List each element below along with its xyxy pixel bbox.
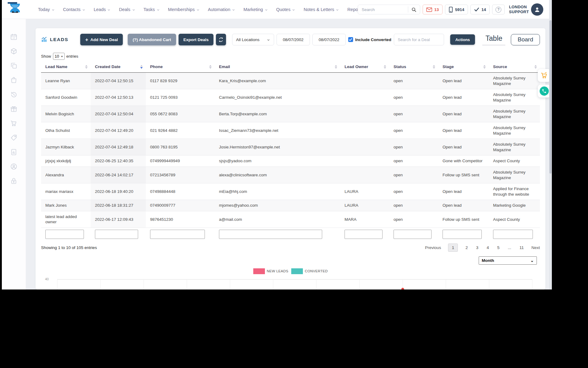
column-filter-input[interactable] [45, 230, 84, 239]
table-row[interactable]: Sanford Goodwin 2022-07-04 12:50:13 0121… [41, 89, 540, 106]
pagination-page[interactable]: 1 [448, 243, 458, 252]
column-filter-input[interactable] [150, 230, 205, 239]
menu-item[interactable]: Contacts [63, 7, 85, 12]
column-header[interactable]: Stage [438, 62, 489, 73]
menu-item-label: Contacts [63, 7, 81, 12]
pagination-page[interactable]: 3 [475, 244, 479, 251]
report-icon[interactable] [10, 148, 17, 156]
cell-source: Absolutely Surrey Magazine [489, 167, 540, 183]
column-filter-input[interactable] [394, 230, 432, 239]
search-button[interactable] [408, 5, 420, 14]
history-icon[interactable] [10, 91, 17, 98]
table-row[interactable]: Jazmyn Kilback 2022-07-04 12:49:18 0800 … [41, 139, 540, 155]
pagination-page[interactable]: 5 [496, 244, 500, 251]
menu-item[interactable]: Quotes [276, 7, 296, 12]
cell-status: open [389, 211, 438, 228]
view-board-button[interactable]: Board [511, 34, 540, 45]
column-header[interactable]: Lead Name [41, 62, 91, 73]
refresh-button[interactable] [216, 34, 226, 45]
deal-search-input[interactable] [394, 34, 444, 45]
column-header[interactable]: Email [215, 62, 340, 73]
add-new-deal-button[interactable]: Add New Deal [80, 34, 123, 45]
mail-badge[interactable]: 13 [423, 5, 443, 14]
export-deals-button[interactable]: Export Deals [179, 34, 214, 45]
period-select[interactable]: Month [479, 256, 537, 265]
avatar[interactable] [531, 3, 543, 16]
column-filter-input[interactable] [95, 230, 138, 239]
help-badge[interactable] [492, 5, 505, 14]
vertical-scrollbar[interactable] [549, 0, 552, 289]
table-row[interactable]: Otha Schulist 2022-07-04 12:49:20 021 92… [41, 122, 540, 139]
lock-icon[interactable] [10, 177, 17, 185]
cell-lead-name: jzjxjxj xkxkdjdj [41, 155, 91, 167]
column-filter-input[interactable] [219, 230, 322, 239]
pagination-next[interactable]: Next [531, 245, 540, 250]
column-filter-input[interactable] [493, 230, 533, 239]
abandoned-cart-shortcut[interactable] [538, 69, 551, 82]
sort-desc-icon [384, 67, 386, 69]
table-row[interactable]: Alexandra 2022-06-24 14:02:17 0721345678… [41, 167, 540, 183]
pagination-page[interactable]: 11 [519, 244, 524, 251]
location-select[interactable]: All Locations [232, 34, 274, 45]
calendar-icon[interactable]: 12 [10, 33, 17, 40]
pagination-page[interactable]: ... [507, 244, 512, 251]
chevron-down-icon [196, 8, 200, 12]
column-header[interactable]: Phone [146, 62, 215, 73]
view-table-tab[interactable]: Table [482, 34, 505, 45]
gift-icon[interactable] [10, 105, 17, 113]
user-menu[interactable]: LONDON SUPPORT [509, 3, 543, 16]
table-body: Leanne Ryan 2022-07-04 12:50:15 0117 828… [41, 73, 540, 228]
column-header[interactable]: Status [389, 62, 438, 73]
tag-icon[interactable] [10, 134, 17, 141]
abandoned-cart-button[interactable]: (?) Abandoned Cart [128, 34, 176, 45]
column-filter-input[interactable] [345, 230, 383, 239]
tasks-badge[interactable]: 14 [470, 5, 490, 14]
calls-badge[interactable]: 5914 [445, 5, 468, 14]
column-header[interactable]: Lead Owner [340, 62, 389, 73]
column-header[interactable]: Source [489, 62, 540, 73]
menu-item[interactable]: Memberships [168, 7, 200, 12]
cart-icon[interactable] [10, 120, 17, 127]
table-row[interactable]: jzjxjxj xkxkdjdj 2022-06-25 12:40:35 074… [41, 155, 540, 167]
column-header-label: Lead Owner [345, 64, 368, 69]
scrollbar-thumb[interactable] [549, 20, 552, 174]
pagination-previous[interactable]: Previous [425, 245, 441, 250]
menu-item[interactable]: Leads [94, 7, 111, 12]
column-filter-input[interactable] [443, 230, 482, 239]
table-row[interactable]: Leanne Ryan 2022-07-04 12:50:15 0117 828… [41, 73, 540, 89]
app-logo[interactable] [7, 2, 23, 17]
sort-icons [534, 65, 537, 69]
page-size-select[interactable]: 10 [53, 53, 65, 60]
menu-item[interactable]: Automation [208, 7, 235, 12]
search-input[interactable] [358, 7, 408, 12]
chart-plot-area: 40 [41, 279, 540, 289]
actions-button[interactable]: Actions [450, 34, 475, 45]
menu-item[interactable]: Today [38, 7, 55, 12]
menu-item[interactable]: Marketing [243, 7, 268, 12]
table-row[interactable]: latest lead added owner 2022-06-17 12:09… [41, 211, 540, 228]
pagination-page[interactable]: 2 [465, 244, 469, 251]
date-to-input[interactable] [312, 34, 346, 45]
table-row[interactable]: Mark Jones 2022-06-18 18:31:27 074900097… [41, 200, 540, 211]
shopping-bag-icon[interactable] [10, 76, 17, 84]
include-converted-checkbox[interactable] [348, 37, 353, 42]
sort-asc-icon [209, 65, 212, 67]
cell-source: Absolutely Surrey Magazine [489, 106, 540, 122]
pagination-page[interactable]: 4 [486, 244, 490, 251]
cart-icon [541, 72, 548, 79]
menu-item[interactable]: Notes & Letters [303, 7, 339, 12]
copy-icon[interactable] [10, 62, 17, 69]
column-header[interactable]: Created Date [91, 62, 146, 73]
date-from-input[interactable] [277, 34, 310, 45]
table-row[interactable]: mariax mariasx 2022-06-18 19:40:20 07498… [41, 183, 540, 200]
package-icon[interactable] [10, 48, 17, 55]
user-name-line2: SUPPORT [509, 10, 529, 14]
menu-item[interactable]: Deals [119, 7, 135, 12]
account-icon[interactable] [10, 163, 17, 170]
menu-item[interactable]: Tasks [144, 7, 160, 12]
view-board-label: Board [518, 36, 533, 43]
cell-lead-owner [340, 139, 389, 155]
table-row[interactable]: Melvin Bogisich 2022-07-04 12:50:04 055 … [41, 106, 540, 122]
whatsapp-shortcut[interactable] [538, 85, 551, 98]
cell-source: Absolutely Surrey Magazine [489, 73, 540, 89]
